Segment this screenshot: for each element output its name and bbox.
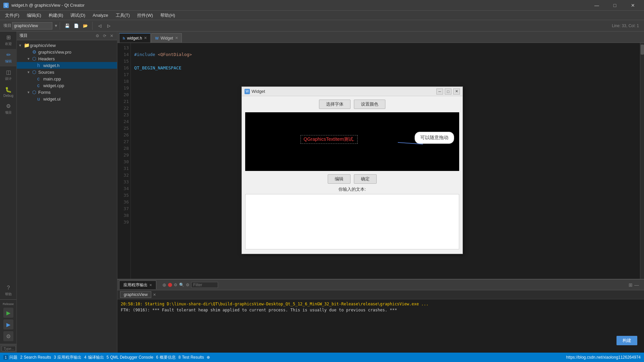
output-btn2[interactable]: ⚙: [174, 283, 177, 287]
sidebar-item-debug[interactable]: 🐛 Debug: [0, 84, 17, 100]
set-color-button[interactable]: 设置颜色: [354, 100, 385, 109]
tree-item-pro[interactable]: ⚙ graphicsView.pro: [17, 49, 117, 55]
status-number-3: 3: [54, 355, 56, 360]
status-bar-left: 1 问题 2 Search Results 3 应用程序输出 4 编译输出 5 …: [3, 355, 210, 360]
tab-widget[interactable]: W Widget ✕: [151, 33, 182, 43]
tree-label-widget-cpp: widget.cpp: [43, 83, 64, 88]
tab-h-icon: h: [123, 36, 125, 40]
tree-project-root[interactable]: ▼ 📁 graphicsView: [17, 42, 117, 49]
status-number-6: 6: [156, 355, 158, 360]
widget-bottom-buttons: 编辑 确定: [245, 174, 459, 184]
confirm-button[interactable]: 确定: [354, 174, 377, 184]
status-number-4: 4: [84, 355, 87, 360]
menu-build[interactable]: 构建(B): [45, 11, 66, 19]
tree-item-widget-cpp[interactable]: c widget.cpp: [17, 82, 117, 89]
status-label-2: Search Results: [24, 355, 51, 360]
output-expand-icon[interactable]: ⊞: [629, 282, 633, 288]
tree-item-forms[interactable]: ▼ ⬡ Forms: [17, 89, 117, 96]
widget-top-buttons: 选择字体 设置颜色: [245, 100, 459, 109]
widget-title-text: Widget: [252, 89, 265, 94]
status-item-app-output[interactable]: 3 应用程序输出: [54, 355, 82, 360]
menu-controls[interactable]: 控件(W): [134, 11, 156, 19]
status-item-qml[interactable]: 5 QML Debugger Console: [107, 355, 154, 360]
debug-label: Debug: [3, 94, 13, 98]
toolbar-new-btn[interactable]: 📄: [72, 22, 80, 30]
scrollbar-thumb[interactable]: [641, 45, 644, 55]
tree-item-main-cpp[interactable]: c main.cpp: [17, 75, 117, 82]
build-button[interactable]: 构建: [616, 336, 637, 345]
status-item-search[interactable]: 2 Search Results: [20, 355, 51, 360]
menu-tools[interactable]: 工具(T): [112, 11, 133, 19]
menu-file[interactable]: 文件(F): [2, 11, 23, 19]
graphics-text-item[interactable]: QGraphicsTextItem测试.: [301, 135, 358, 144]
status-url: https://blog.csdn.net/xiaolong1126264974: [566, 355, 641, 360]
editor-scrollbar[interactable]: [640, 43, 644, 279]
run-debug-button[interactable]: ▶: [3, 319, 13, 329]
status-item-compile[interactable]: 4 编译输出: [84, 355, 104, 360]
dropdown-icon[interactable]: ▼: [54, 23, 58, 28]
widget-maximize-button[interactable]: □: [445, 88, 451, 95]
sidebar-item-design[interactable]: ◫ 设计: [0, 66, 17, 84]
tree-label-root: graphicsView: [30, 43, 56, 48]
sidebar-item-welcome[interactable]: ⊞ 欢迎: [0, 32, 17, 49]
tab-widget-h-close[interactable]: ✕: [144, 36, 147, 40]
status-label-1: 问题: [9, 355, 17, 360]
sync-icon[interactable]: ⟳: [102, 33, 107, 39]
close-panel-icon[interactable]: ✕: [109, 33, 114, 39]
output-subtab-close[interactable]: ✕: [153, 293, 156, 297]
sidebar-item-help[interactable]: ? 帮助: [0, 282, 17, 299]
status-item-overview[interactable]: 6 概要信息: [156, 355, 176, 360]
status-item-problems[interactable]: 1 问题: [3, 355, 17, 360]
status-item-test[interactable]: 8 Test Results: [178, 355, 204, 360]
close-button[interactable]: ✕: [625, 0, 641, 11]
output-subtab-graphicsview[interactable]: graphicsView: [120, 291, 151, 298]
build-run-button[interactable]: ⚙: [3, 331, 13, 341]
tab-widget-close[interactable]: ✕: [175, 36, 178, 40]
search-input[interactable]: [2, 346, 16, 351]
tree-item-headers[interactable]: ▼ ⬡ Headers: [17, 55, 117, 62]
tab-widget-h[interactable]: h widget.h ✕: [119, 33, 151, 43]
edit-button[interactable]: 编辑: [328, 174, 351, 184]
toolbar-nav-actions: ◁ ▷: [93, 22, 116, 30]
nav-forward-button[interactable]: ▷: [105, 22, 113, 30]
sidebar-item-edit[interactable]: ✏ 编辑: [0, 49, 17, 66]
widget-minimize-button[interactable]: ─: [436, 88, 443, 95]
maximize-button[interactable]: □: [607, 0, 623, 11]
menu-help[interactable]: 帮助(H): [157, 11, 178, 19]
tree-item-widget-ui[interactable]: u widget.ui: [17, 96, 117, 102]
project-select[interactable]: [12, 22, 52, 29]
output-error-indicator: [168, 283, 172, 287]
widget-close-button[interactable]: ✕: [453, 88, 460, 95]
run-button[interactable]: ▶: [3, 308, 13, 318]
minimize-button[interactable]: —: [589, 0, 604, 11]
menu-analyze[interactable]: Analyze: [89, 12, 111, 19]
widget-window: W Widget ─ □ ✕ 选择字体 设置颜色: [241, 86, 463, 254]
tab-w-icon: W: [155, 36, 158, 40]
menu-edit[interactable]: 编辑(E): [23, 11, 45, 19]
menu-debug[interactable]: 调试(D): [67, 11, 89, 19]
sidebar-item-projects[interactable]: ⚙ 项目: [0, 100, 17, 118]
output-tab-app-label: 应用程序输出: [123, 282, 148, 288]
status-more-icon[interactable]: ⊕: [207, 355, 210, 360]
tree-item-widget-h[interactable]: h widget.h: [17, 62, 117, 69]
tree-item-sources[interactable]: ▼ ⬡ Sources: [17, 69, 117, 75]
nav-back-button[interactable]: ◁: [96, 22, 104, 30]
input-label: 你输入的文本:: [245, 186, 459, 192]
output-scroll-icon[interactable]: ⊕: [162, 282, 166, 288]
output-tab-close-icon[interactable]: ✕: [149, 283, 152, 287]
toolbar-save-btn[interactable]: 💾: [63, 22, 71, 30]
choose-font-button[interactable]: 选择字体: [319, 100, 351, 109]
output-tab-bar: 应用程序输出 ✕ ⊕ ⚙ 🔍 ⚙ ⊞ —: [117, 280, 644, 290]
title-bar-controls: — □ ✕: [589, 0, 641, 11]
filter-input[interactable]: [191, 282, 218, 288]
tree-label-widget-h: widget.h: [43, 63, 59, 68]
status-label-5: QML Debugger Console: [110, 355, 153, 360]
output-btn3[interactable]: 🔍: [179, 283, 184, 287]
output-tab-app[interactable]: 应用程序输出 ✕: [119, 281, 156, 289]
output-minimize-icon[interactable]: —: [634, 282, 639, 288]
code-editor: 13 14 15 16 17 18 19 20 21 22 23 24 25 2…: [117, 43, 644, 279]
widget-text-input[interactable]: [245, 194, 459, 249]
tree-label-headers: Headers: [38, 56, 55, 61]
filter-icon[interactable]: ⚙: [95, 33, 100, 39]
toolbar-open-btn[interactable]: 📂: [82, 22, 90, 30]
